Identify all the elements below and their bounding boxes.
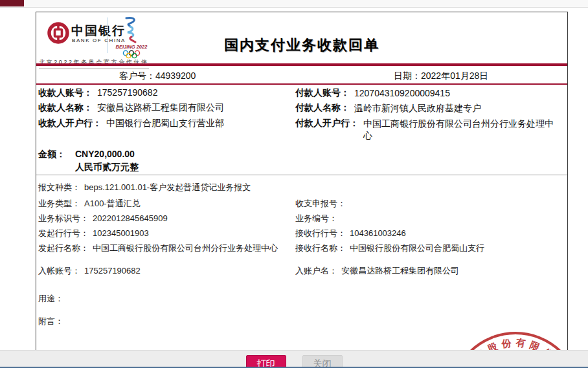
credit-account-value: 175257190682: [84, 266, 141, 276]
amount-value: CNY20,000.00: [75, 149, 135, 159]
receipt-date: 日期：2022年01月28日: [394, 70, 488, 82]
sending-bank-code-label: 发起行行号：: [38, 228, 89, 238]
customer-number-value: 44939200: [155, 70, 196, 81]
payer-account-value: 1207043109200009415: [354, 87, 552, 99]
payer-name-value: 温岭市新河镇人民政府基建专户: [354, 102, 552, 114]
header-rule-thin: [36, 83, 567, 85]
business-no-label: 业务编号：: [295, 213, 337, 223]
close-button[interactable]: 关闭: [302, 355, 343, 368]
business-id-label: 业务标识号：: [38, 213, 89, 223]
payee-bank-label: 收款人开户行：: [38, 118, 102, 128]
declaration-no-label: 收支申报号：: [295, 199, 346, 208]
amount-in-words: 人民币贰万元整: [75, 162, 139, 173]
payer-bank-label: 付款人开户行：: [295, 118, 359, 129]
receiving-bank-name-value: 中国银行股份有限公司合肥蜀山支行: [350, 243, 484, 253]
credit-account-label: 入帐账号：: [38, 266, 80, 276]
browser-chrome-strip: [0, 0, 588, 8]
payee-name-value: 安徽昌达路桥工程集团有限公司: [97, 102, 224, 113]
amount-label: 金额：: [38, 149, 65, 160]
receipt-document: 中国银行 BANK OF CHINA BEIJING 2022 北京2022年冬…: [36, 12, 568, 368]
business-type-value: A100-普通汇兑: [84, 199, 141, 208]
receipt-date-label: 日期：: [394, 70, 421, 81]
message-type-value: beps.121.001.01-客户发起普通贷记业务报文: [84, 182, 251, 192]
sending-bank-name-label: 发起行名称：: [38, 243, 89, 253]
business-type-label: 业务类型：: [38, 199, 80, 208]
receipt-date-value: 2022年01月28日: [421, 70, 488, 81]
postscript-label: 附言：: [38, 316, 63, 326]
page-title: 国内支付业务收款回单: [36, 36, 567, 55]
receiving-bank-name-label: 接收行名称：: [295, 243, 346, 253]
payee-account-value: 175257190682: [97, 87, 157, 98]
payee-name-label: 收款人名称：: [38, 102, 93, 113]
print-button[interactable]: 打印: [246, 355, 286, 368]
payer-name-label: 付款人名称：: [295, 102, 350, 114]
section-divider: [36, 175, 567, 175]
purpose-label: 用途：: [38, 294, 63, 303]
receiving-bank-code-value: 104361003246: [350, 228, 406, 238]
customer-number: 客户号：44939200: [119, 70, 196, 82]
sending-bank-name-value: 中国工商银行股份有限公司台州分行业务处理中心: [93, 243, 278, 253]
sending-bank-code-value: 102345001903: [93, 228, 149, 238]
header-rule-thick: [36, 63, 567, 66]
customer-number-label: 客户号：: [119, 70, 155, 81]
action-bar: 打印 关闭: [0, 350, 588, 368]
credit-account-name-label: 入账户名：: [295, 266, 337, 276]
payer-account-label: 付款人账号：: [295, 87, 350, 99]
payee-account-label: 收款人账号：: [38, 87, 93, 98]
payee-bank-value: 中国银行合肥蜀山支行营业部: [106, 118, 224, 128]
message-type-label: 报文种类：: [38, 182, 80, 192]
window-corner-block: [0, 0, 24, 6]
credit-account-name-value: 安徽昌达路桥工程集团有限公司: [341, 266, 459, 276]
receiving-bank-code-label: 接收行行号：: [295, 228, 346, 238]
payer-bank-value: 中国工商银行股份有限公司台州分行业务处理中心: [363, 118, 561, 141]
business-id-value: 2022012845645909: [93, 213, 168, 223]
